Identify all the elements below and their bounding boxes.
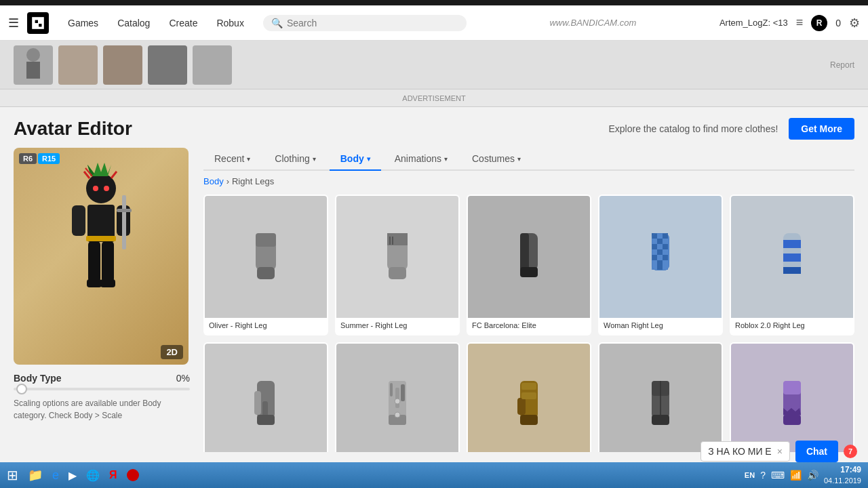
svg-rect-4 [26, 62, 40, 79]
body-type-header: Body Type 0% [14, 373, 190, 384]
breadcrumb-parent[interactable]: Body [203, 176, 224, 186]
item-img [205, 196, 327, 318]
item-img [468, 344, 590, 452]
help-icon[interactable]: ? [760, 470, 766, 481]
chat-button[interactable]: Chat [795, 441, 838, 462]
taskbar-right: EN ? ⌨ 📶 🔊 17:49 04.11.2019 [745, 464, 865, 486]
body-type-slider[interactable] [14, 388, 190, 390]
tab-costumes[interactable]: Costumes ▾ [461, 148, 532, 171]
bandicam-watermark: www.BANDICAM.com [472, 18, 714, 28]
svg-rect-15 [72, 205, 85, 236]
item-oliver-right-leg[interactable]: Oliver - Right Leg [203, 195, 328, 336]
svg-rect-64 [390, 383, 393, 396]
yandex-icon: Я [109, 469, 117, 481]
item-img [468, 196, 590, 318]
svg-rect-41 [652, 244, 657, 249]
page-title: Avatar Editor [14, 118, 190, 140]
taskbar-yandex[interactable]: Я [105, 464, 121, 486]
svg-rect-14 [86, 236, 116, 241]
item-simple-robo[interactable]: Simple Robo - Right Leg [335, 342, 460, 452]
chat-badge: 7 [844, 445, 857, 458]
ad-img-1 [14, 45, 53, 85]
settings-icon[interactable]: ⚙ [849, 16, 860, 30]
tab-body[interactable]: Body ▾ [330, 148, 381, 171]
svg-rect-2 [39, 24, 41, 26]
item-img [599, 196, 722, 318]
2d-toggle[interactable]: 2D [161, 345, 183, 359]
ad-report[interactable]: Report [830, 60, 854, 70]
search-icon: 🔍 [271, 18, 283, 28]
tabs-bar: Recent ▾ Clothing ▾ Body ▾ Animations ▾ … [203, 148, 854, 171]
slider-thumb[interactable] [16, 384, 27, 394]
svg-rect-24 [256, 233, 276, 247]
svg-rect-48 [657, 255, 663, 260]
get-more-button[interactable]: Get More [789, 118, 854, 140]
r15-badge[interactable]: R15 [38, 153, 60, 164]
item-summer-right-leg[interactable]: Summer - Right Leg [335, 195, 460, 336]
svg-rect-65 [395, 388, 399, 408]
taskbar-ie[interactable]: e [48, 464, 63, 486]
search-bar[interactable]: 🔍 [263, 15, 467, 31]
promo-text: Explore the catalog to find more clothes… [609, 123, 778, 134]
nav-robux[interactable]: Robux [208, 14, 252, 33]
nav-games[interactable]: Games [60, 14, 106, 33]
search-input[interactable] [287, 18, 458, 28]
svg-rect-39 [657, 239, 663, 244]
chat-close-icon[interactable]: × [777, 446, 783, 457]
breadcrumb: Body › Right Legs [203, 176, 854, 186]
taskbar-media[interactable]: ▶ [64, 464, 81, 486]
svg-rect-74 [521, 392, 536, 399]
avatar-figure [57, 161, 145, 351]
taskbar: ⊞ 📁 e ▶ 🌐 Я EN ? ⌨ 📶 🔊 17:49 04.11.2019 [0, 462, 868, 488]
item-warchief[interactable]: Warchief Mucklug - [467, 342, 591, 452]
ie-icon: e [52, 468, 59, 483]
speaker-icon[interactable]: 🔊 [807, 470, 818, 481]
item-name: FC Barcelona: Elite [468, 318, 590, 334]
item-img [205, 344, 327, 452]
svg-rect-36 [657, 233, 663, 239]
taskbar-clock: 17:49 04.11.2019 [824, 464, 861, 486]
svg-rect-22 [100, 279, 115, 287]
top-bar [0, 0, 868, 5]
items-grid: Oliver - Right Leg Summer - Right Leg [203, 195, 854, 452]
svg-point-68 [395, 399, 400, 404]
folder-icon: 📁 [28, 468, 43, 483]
tab-recent[interactable]: Recent ▾ [203, 148, 261, 171]
tab-clothing[interactable]: Clothing ▾ [264, 148, 326, 171]
svg-rect-19 [88, 241, 100, 282]
nav-catalog[interactable]: Catalog [109, 14, 158, 33]
svg-rect-1 [35, 20, 38, 22]
roblox-r-icon[interactable]: R [811, 15, 827, 31]
svg-rect-62 [257, 415, 275, 425]
avatar-viewer: R6 R15 [14, 148, 189, 365]
item-city-life-man[interactable]: City Life Man - Right Leg [598, 342, 723, 452]
taskbar-record[interactable] [123, 464, 143, 486]
username-label: Artem_LogZ: <13 [719, 18, 788, 28]
svg-rect-28 [389, 267, 406, 279]
item-img [731, 196, 853, 318]
item-squad-ghouls[interactable]: Squad Ghouls: Drop Dead [730, 342, 854, 452]
taskbar-chrome[interactable]: 🌐 [82, 464, 104, 486]
item-roblox-2-right-leg[interactable]: Roblox 2.0 Right Leg [730, 195, 854, 336]
svg-rect-58 [783, 267, 801, 274]
r6-badge[interactable]: R6 [19, 153, 37, 164]
svg-point-3 [26, 48, 40, 62]
tab-animations[interactable]: Animations ▾ [384, 148, 458, 171]
taskbar-file-explorer[interactable]: 📁 [24, 464, 47, 486]
svg-rect-42 [657, 244, 663, 249]
nav-create[interactable]: Create [161, 14, 205, 33]
svg-rect-32 [520, 233, 529, 270]
hamburger-icon[interactable]: ☰ [8, 16, 19, 30]
item-img [336, 196, 458, 318]
taskbar-start[interactable]: ⊞ [3, 464, 22, 486]
roblox-logo[interactable] [27, 12, 49, 34]
costumes-arrow: ▾ [517, 155, 521, 163]
item-harbinger[interactable]: The Harbinger - Right Leg [203, 342, 328, 452]
item-fc-barcelona[interactable]: FC Barcelona: Elite [467, 195, 591, 336]
notification-count[interactable]: 0 [835, 18, 841, 28]
menu-icon[interactable]: ≡ [796, 16, 804, 30]
svg-rect-17 [122, 195, 126, 249]
item-woman-right-leg[interactable]: Woman Right Leg [598, 195, 723, 336]
main-area: Avatar Editor R6 R15 [0, 107, 868, 488]
svg-rect-72 [520, 415, 538, 425]
